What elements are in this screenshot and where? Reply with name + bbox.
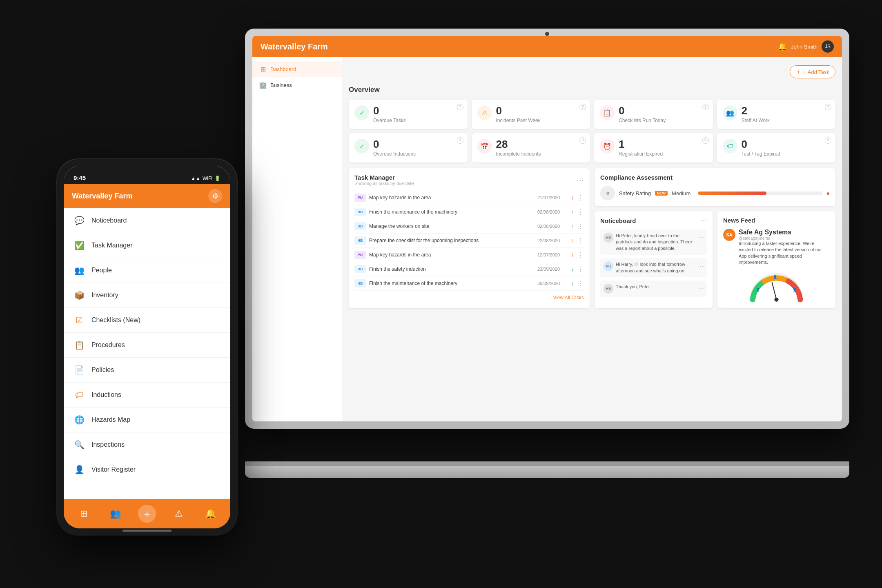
menu-item-procedures[interactable]: 📋 Procedures (64, 333, 230, 358)
help-icon-7[interactable]: ? (702, 137, 709, 144)
menu-label-hazards-map: Hazards Map (91, 416, 130, 423)
priority-icon: ↑ (571, 237, 574, 244)
row-menu[interactable]: ⋮ (577, 265, 584, 273)
menu-item-noticeboard[interactable]: 💬 Noticeboard (64, 208, 230, 233)
menu-item-inspections[interactable]: 🔍 Inspections (64, 432, 230, 457)
task-date: 12/07/2020 (537, 252, 568, 257)
inductions-number: 0 (373, 139, 462, 149)
task-manager-title: Task Manager (354, 174, 414, 181)
menu-item-people[interactable]: 👥 People (64, 258, 230, 283)
safety-circle: ⚙ (600, 186, 615, 200)
bottom-section: Task Manager Showing all tasks by due da… (349, 168, 835, 308)
row-menu[interactable]: ⋮ (577, 251, 584, 259)
tab-home[interactable]: ⊞ (75, 505, 93, 523)
menu-item-policies[interactable]: 📄 Policies (64, 358, 230, 383)
sidebar-item-business[interactable]: 🏢 Business (252, 77, 342, 93)
phone-app-title: Watervalley Farm (72, 192, 132, 200)
task-badge: HB (354, 236, 366, 245)
help-icon-4[interactable]: ? (825, 104, 831, 110)
laptop-app-title: Watervalley Farm (261, 42, 328, 51)
settings-icon[interactable]: ⚙ (208, 189, 222, 203)
stat-card-overdue-tasks: ✓ 0 Overdue Tasks ? (349, 100, 468, 129)
menu-item-checklists[interactable]: ☑ Checklists (New) (64, 308, 230, 333)
checklists-icon: ☑ (74, 314, 85, 326)
menu-label-noticeboard: Noticeboard (91, 217, 127, 224)
test-tag-number: 0 (742, 139, 830, 149)
menu-item-visitor-register[interactable]: 👤 Visitor Register (64, 457, 230, 482)
menu-label-inspections: Inspections (91, 441, 125, 448)
help-icon-2[interactable]: ? (579, 104, 586, 110)
phone-time: 9:45 (74, 174, 86, 181)
stat-card-incidents: ⚠ 0 Incidents Past Week ? (472, 100, 590, 129)
tab-people[interactable]: 👥 (106, 505, 124, 523)
newsfeed-title: News Feed (723, 217, 755, 224)
task-manager-icon: ✅ (74, 240, 85, 251)
help-icon-3[interactable]: ? (702, 104, 709, 110)
help-icon-8[interactable]: ? (825, 137, 831, 144)
menu-label-task-manager: Task Manager (91, 242, 133, 249)
task-name: Prepare the checklist for the upcoming i… (369, 238, 534, 243)
help-icon-6[interactable]: ? (579, 137, 586, 144)
progress-bar-fill (698, 192, 766, 195)
inductions-icon: 🏷 (74, 389, 85, 401)
priority-icon: ↓ (571, 280, 574, 287)
priority-icon: ↑ (571, 223, 574, 229)
people-icon: 👥 (74, 265, 85, 276)
user-name: John Smith (791, 44, 817, 50)
tab-hazard[interactable]: ⚠ (170, 505, 188, 523)
notice-dots[interactable]: … (698, 233, 704, 239)
priority-icon: ↓ (571, 266, 574, 272)
sidebar-label-dashboard: Dashboard (270, 66, 296, 72)
noticeboard-title: Noticeboard (600, 217, 636, 224)
row-menu[interactable]: ⋮ (577, 208, 584, 216)
notice-dots-3[interactable]: … (698, 284, 704, 290)
menu-item-inductions[interactable]: 🏷 Inductions (64, 383, 230, 408)
menu-item-inventory[interactable]: 📦 Inventory (64, 283, 230, 308)
view-all-tasks[interactable]: View All Tasks (354, 295, 584, 301)
noticeboard-dots[interactable]: ⋯ (700, 217, 707, 225)
svg-text:👤: 👤 (793, 287, 797, 291)
laptop-header: Watervalley Farm 🔔 John Smith JS (252, 36, 842, 57)
incidents-label: Incidents Past Week (496, 118, 585, 123)
registration-number: 1 (619, 139, 707, 149)
tab-add[interactable]: ＋ (138, 505, 156, 523)
dashboard-icon: ⊞ (259, 65, 267, 73)
laptop-header-right: 🔔 John Smith JS (778, 40, 834, 53)
task-manager-header: Task Manager Showing all tasks by due da… (354, 174, 584, 186)
incomplete-number: 28 (496, 139, 585, 149)
tab-alert[interactable]: 🔔 (201, 505, 219, 523)
help-icon[interactable]: ? (457, 104, 463, 110)
task-list: PU Map key hazards in the area 21/07/202… (354, 191, 584, 291)
noticeboard-header: Noticeboard ⋯ (600, 217, 707, 225)
priority-icon: ↑ (571, 252, 574, 258)
task-date: 02/08/2020 (537, 209, 568, 214)
inventory-icon: 📦 (74, 290, 85, 301)
task-manager-dots[interactable]: ⋯ (577, 176, 584, 185)
menu-label-inductions: Inductions (91, 391, 121, 399)
compliance-card: Compliance Assessment ⚙ Safety Rating NE… (595, 168, 835, 206)
row-menu[interactable]: ⋮ (577, 280, 584, 287)
procedures-icon: 📋 (74, 339, 85, 351)
add-task-button[interactable]: ＋ + Add Task (790, 65, 835, 78)
news-text: Introducing a faster experience. We're e… (739, 241, 830, 266)
row-menu[interactable]: ⋮ (577, 237, 584, 245)
stat-card-staff: 👥 2 Staff At Work ? (717, 100, 836, 129)
notice-message-1: HB Hi Peter, kindly head over to the pad… (600, 229, 707, 255)
notice-dots-2[interactable]: … (698, 261, 704, 268)
phone-menu: 💬 Noticeboard ✅ Task Manager 👥 People 📦 … (64, 208, 230, 499)
task-badge: HB (354, 222, 366, 230)
laptop-main: ＋ + Add Task Overview ✓ (342, 57, 842, 421)
bell-icon[interactable]: 🔔 (778, 42, 787, 51)
help-icon-5[interactable]: ? (457, 137, 463, 144)
news-item: SA Safe Ag Systems @safeagsystems Introd… (723, 229, 830, 266)
menu-item-task-manager[interactable]: ✅ Task Manager (64, 233, 230, 258)
menu-item-hazards-map[interactable]: 🌐 Hazards Map (64, 408, 230, 432)
phone-bottom-bar: ⊞ 👥 ＋ ⚠ 🔔 (64, 499, 230, 528)
row-menu[interactable]: ⋮ (577, 194, 584, 202)
row-menu[interactable]: ⋮ (577, 223, 584, 230)
sidebar-item-dashboard[interactable]: ⊞ Dashboard (252, 61, 342, 77)
newsfeed-card: News Feed SA Safe Ag Systems @safeagsyst… (717, 211, 835, 308)
progress-bar (698, 192, 822, 195)
checklists-number: 0 (619, 105, 707, 116)
incomplete-icon: 📅 (477, 139, 492, 154)
